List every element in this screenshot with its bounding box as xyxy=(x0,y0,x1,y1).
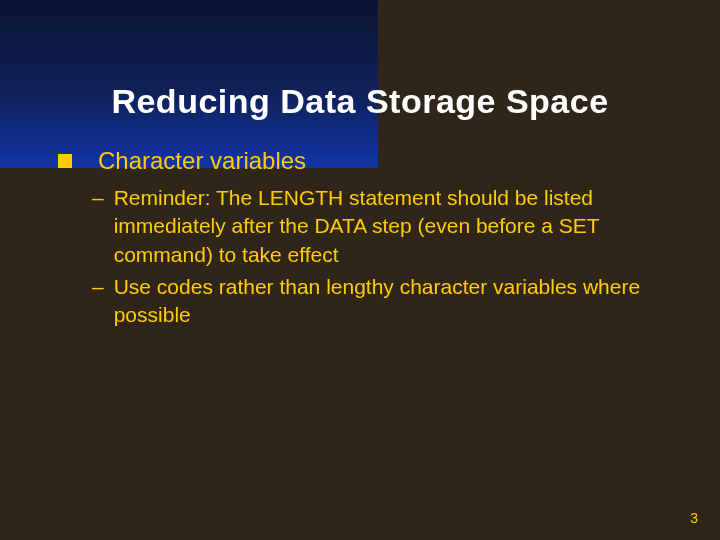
sub-bullet-item: – Use codes rather than lengthy characte… xyxy=(92,273,680,330)
slide-body: Character variables – Reminder: The LENG… xyxy=(58,146,680,334)
page-number: 3 xyxy=(690,510,698,526)
bullet-label: Character variables xyxy=(98,146,306,176)
slide-title: Reducing Data Storage Space xyxy=(0,82,720,121)
dash-icon: – xyxy=(92,273,104,330)
sub-bullet-item: – Reminder: The LENGTH statement should … xyxy=(92,184,680,269)
sub-bullet-list: – Reminder: The LENGTH statement should … xyxy=(92,184,680,330)
dash-icon: – xyxy=(92,184,104,269)
sub-bullet-text: Reminder: The LENGTH statement should be… xyxy=(114,184,674,269)
sub-bullet-text: Use codes rather than lengthy character … xyxy=(114,273,674,330)
bullet-row: Character variables xyxy=(58,146,680,176)
square-bullet-icon xyxy=(58,154,72,168)
